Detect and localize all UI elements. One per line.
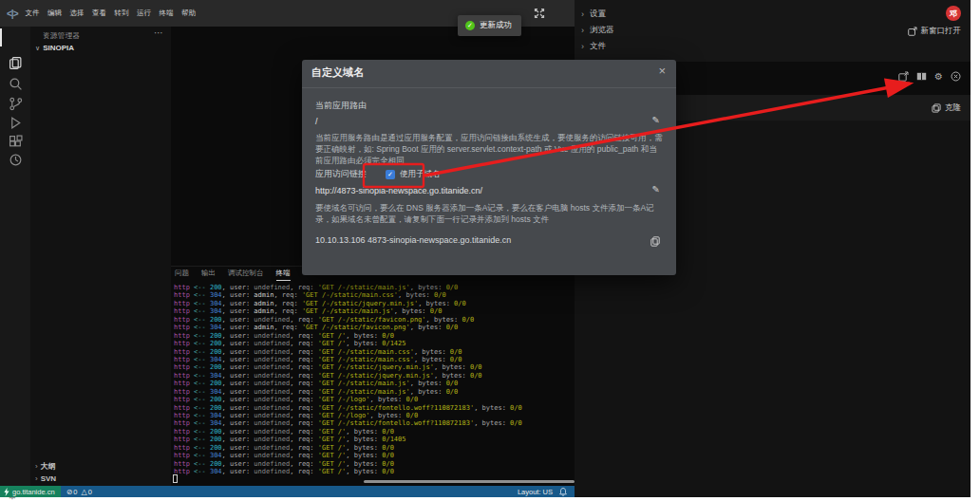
close-icon[interactable]: × bbox=[658, 64, 666, 78]
source-control-icon[interactable] bbox=[9, 97, 23, 111]
open-new-window-button[interactable]: 新窗口打开 bbox=[908, 26, 962, 37]
terminal-log-line: http <-- 304, user: undefined, req: 'GET… bbox=[174, 452, 522, 459]
panel-tab[interactable]: 终端 bbox=[276, 269, 291, 281]
open-new-window-label: 新窗口打开 bbox=[921, 26, 962, 37]
menu-item[interactable]: 运行 bbox=[137, 9, 151, 18]
edit-route-icon[interactable]: ✎ bbox=[652, 115, 660, 125]
sidebar-section-svn[interactable]: ›SVN bbox=[35, 474, 56, 483]
chevron-right-icon: › bbox=[35, 462, 38, 471]
error-count: 0 bbox=[73, 488, 77, 496]
terminal-output: http <-- 200, user: undefined, req: 'GET… bbox=[174, 284, 522, 476]
close-circle-icon[interactable] bbox=[951, 71, 961, 82]
use-subdomain-label: 使用子域名 bbox=[400, 169, 441, 180]
menu-bar: 文件编辑选择查看转到运行终端帮助 bbox=[25, 9, 203, 18]
menu-item[interactable]: 终端 bbox=[159, 9, 173, 18]
remote-indicator[interactable]: go.titanide.cn bbox=[0, 486, 61, 497]
section-label: SVN bbox=[41, 474, 56, 483]
extensions-icon[interactable] bbox=[9, 135, 23, 149]
screenshot-root: <|> 文件编辑选择查看转到运行终端帮助 bbox=[0, 0, 980, 501]
warning-count: 0 bbox=[88, 488, 92, 496]
terminal-log-line: http <-- 200, user: undefined, req: 'GET… bbox=[174, 340, 522, 347]
dns-description: 要使域名可访问，要么在 DNS 服务器添加一条A记录，要么在客户电脑 hosts… bbox=[315, 202, 663, 225]
problems-status[interactable]: ⊘ 0 △ 0 bbox=[66, 488, 96, 496]
collapse-panel-icon[interactable] bbox=[533, 7, 546, 20]
terminal-log-line: http <-- 304, user: undefined, req: 'GET… bbox=[174, 468, 522, 475]
keyboard-layout-status[interactable]: Layout: US bbox=[518, 488, 553, 496]
clone-icon bbox=[932, 103, 941, 113]
terminal-log-line: http <-- 200, user: undefined, req: 'GET… bbox=[174, 436, 522, 443]
explorer-header: 资源管理器 bbox=[43, 31, 81, 41]
section-label: 大纲 bbox=[41, 462, 56, 471]
clone-label: 克隆 bbox=[945, 102, 961, 114]
route-label: 当前应用路由 bbox=[315, 100, 367, 112]
edit-url-icon[interactable]: ✎ bbox=[652, 184, 660, 195]
status-bar: go.titanide.cn ⊘ 0 △ 0 Layout: US bbox=[0, 486, 575, 497]
terminal-log-line: http <-- 200, user: undefined, req: 'GET… bbox=[174, 316, 522, 324]
terminal-cursor bbox=[173, 474, 178, 483]
panel-tab[interactable]: 调试控制台 bbox=[228, 269, 264, 280]
terminal-log-line: http <-- 304, user: admin, req: 'GET /-/… bbox=[174, 291, 522, 299]
app-logo-icon: <|> bbox=[7, 9, 17, 19]
external-link-icon[interactable] bbox=[898, 71, 909, 82]
terminal-log-line: http <-- 200, user: undefined, req: 'GET… bbox=[174, 363, 522, 371]
terminal-log-line: http <-- 304, user: admin, req: 'GET /-/… bbox=[174, 300, 522, 307]
custom-domain-dialog: 自定义域名 × 当前应用路由 / ✎ 当前应用服务路由是通过应用服务配置，应用访… bbox=[302, 60, 676, 275]
terminal-hscrollbar[interactable] bbox=[364, 480, 575, 483]
toast-message: 更新成功 bbox=[480, 20, 512, 31]
access-url: http://4873-sinopia-newspace.go.titanide… bbox=[315, 186, 482, 195]
access-link-row: 应用访问链接 ✓ 使用子域名 bbox=[315, 168, 441, 180]
active-view-indicator bbox=[0, 28, 2, 46]
terminal-log-line: http <-- 200, user: undefined, req: 'GET… bbox=[174, 444, 522, 452]
timer-icon[interactable] bbox=[9, 153, 23, 167]
success-toast: ✓ 更新成功 bbox=[458, 15, 521, 36]
explorer-icon[interactable] bbox=[9, 56, 23, 70]
terminal-log-line: http <-- 304, user: admin, req: 'GET /-/… bbox=[174, 324, 522, 331]
remote-host-label: go.titanide.cn bbox=[12, 488, 55, 496]
success-check-icon: ✓ bbox=[465, 21, 475, 30]
menu-item[interactable]: 帮助 bbox=[181, 9, 196, 18]
hosts-record: 10.10.13.106 4873-sinopia-newspace.go.ti… bbox=[315, 235, 511, 245]
menu-item[interactable]: 转到 bbox=[114, 9, 128, 18]
panel-tab[interactable]: 问题 bbox=[175, 269, 189, 280]
lightning-icon bbox=[4, 488, 9, 496]
chevron-right-icon: › bbox=[581, 26, 584, 35]
menu-item[interactable]: 编辑 bbox=[47, 9, 62, 18]
menu-item[interactable]: 选择 bbox=[69, 9, 84, 18]
gear-icon[interactable]: ⚙ bbox=[934, 71, 943, 82]
right-panel-section[interactable]: ›设置 bbox=[575, 6, 971, 22]
search-icon[interactable] bbox=[9, 77, 23, 91]
terminal-log-line: http <-- 200, user: undefined, req: 'GET… bbox=[174, 404, 522, 412]
user-avatar[interactable]: 邓 bbox=[946, 6, 961, 21]
panel-tab[interactable]: 输出 bbox=[201, 269, 216, 280]
terminal-log-line: http <-- 304, user: undefined, req: 'GET… bbox=[174, 388, 522, 396]
divider bbox=[302, 87, 676, 88]
project-tree-item[interactable]: ∨SINOPIA bbox=[35, 44, 74, 52]
section-label: 文件 bbox=[590, 41, 606, 52]
split-view-icon[interactable] bbox=[916, 71, 927, 82]
chevron-right-icon: › bbox=[35, 474, 38, 483]
sidebar-section-outline[interactable]: ›大纲 bbox=[35, 461, 56, 472]
copy-icon[interactable] bbox=[650, 233, 660, 250]
menu-item[interactable]: 查看 bbox=[92, 9, 106, 18]
route-value: / bbox=[315, 117, 318, 126]
chevron-down-icon: ∨ bbox=[35, 45, 40, 51]
run-debug-icon[interactable] bbox=[9, 116, 23, 130]
terminal-log-line: http <-- 304, user: undefined, req: 'GET… bbox=[174, 419, 522, 427]
menu-item[interactable]: 文件 bbox=[25, 9, 39, 18]
notifications-bell-icon[interactable] bbox=[559, 488, 567, 496]
terminal-log-line: http <-- 304, user: undefined, req: 'GET… bbox=[174, 356, 522, 363]
section-label: 浏览器 bbox=[590, 25, 614, 36]
use-subdomain-checkbox[interactable]: ✓ bbox=[386, 170, 395, 179]
dialog-title: 自定义域名 bbox=[311, 65, 364, 80]
right-panel-section[interactable]: ›文件 bbox=[575, 38, 971, 54]
open-new-window-icon bbox=[908, 27, 917, 36]
section-label: 设置 bbox=[590, 9, 606, 20]
chevron-right-icon: › bbox=[581, 9, 584, 19]
terminal-log-line: http <-- 304, user: admin, req: 'GET /-/… bbox=[174, 307, 522, 315]
access-link-label: 应用访问链接 bbox=[315, 168, 367, 180]
more-actions-icon[interactable]: ⋯ bbox=[154, 28, 163, 38]
terminal-panel: 问题输出调试控制台终端 http <-- 200, user: undefine… bbox=[171, 266, 575, 486]
terminal-log-line: http <-- 304, user: undefined, req: 'GET… bbox=[174, 412, 522, 419]
terminal-log-line: http <-- 200, user: undefined, req: 'GET… bbox=[174, 348, 522, 356]
terminal-log-line: http <-- 200, user: undefined, req: 'GET… bbox=[174, 284, 522, 291]
